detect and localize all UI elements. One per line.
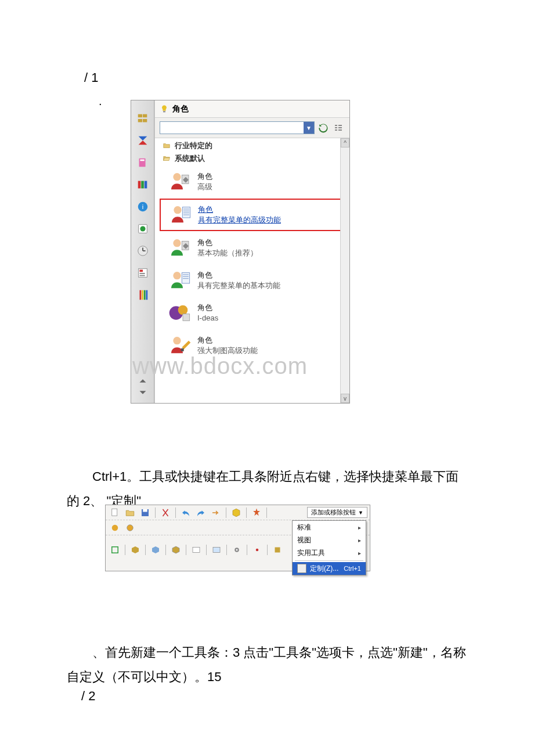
role-user-green-menu-icon <box>168 269 192 292</box>
roles-search-combo[interactable]: ▼ <box>160 121 315 134</box>
separator <box>175 507 176 518</box>
tool-last-icon[interactable] <box>270 543 284 556</box>
tool-open-icon[interactable] <box>123 506 137 519</box>
role-item-advanced[interactable]: 角色高级 <box>160 166 345 197</box>
tool-gear-icon[interactable] <box>230 543 244 556</box>
tool-new-icon[interactable] <box>108 506 122 519</box>
roles-pane: 角色 ▼ 行业特定的 系统默认 角 <box>154 100 349 403</box>
svg-rect-30 <box>335 127 337 128</box>
vbtn-8-icon[interactable] <box>134 264 151 282</box>
scrollbar[interactable]: ^ v <box>340 138 349 403</box>
combo-dropdown-icon[interactable]: ▼ <box>304 122 314 134</box>
svg-rect-20 <box>139 273 145 274</box>
role-ideas-icon <box>168 301 192 325</box>
paragraph-step3: 、首先新建一个工具条：3 点击"工具条"选项卡，点选"新建"，名称自定义（不可以… <box>67 640 473 689</box>
folder-icon <box>162 142 171 150</box>
vbtn-7-icon[interactable] <box>134 242 151 260</box>
svg-marker-26 <box>139 379 146 383</box>
tool-arrow-icon[interactable] <box>209 506 223 519</box>
vbtn-1-icon[interactable] <box>134 110 151 127</box>
tool-dot-icon[interactable] <box>250 543 264 556</box>
add-remove-buttons[interactable]: 添加或移除按钮 ▼ <box>307 507 367 518</box>
roles-panel-screenshot: i 角色 ▼ 行业特定的 <box>131 100 350 404</box>
svg-rect-8 <box>138 181 140 189</box>
vbtn-9-icon[interactable] <box>134 286 151 304</box>
svg-rect-34 <box>338 129 342 130</box>
view-mode-icon[interactable] <box>332 123 345 133</box>
role-user-red-icon <box>168 170 192 193</box>
roles-list: 行业特定的 系统默认 角色高级 角色具有完整菜单的高级功能 角色基本功能（推荐） <box>155 138 349 403</box>
tool-cut-icon[interactable] <box>158 506 172 519</box>
tool-star-icon[interactable] <box>250 506 264 519</box>
separator <box>267 545 268 555</box>
separator <box>125 545 125 555</box>
vbtn-2-icon[interactable] <box>134 132 151 149</box>
tool-view1-icon[interactable] <box>189 543 203 556</box>
role-item-basic-full-menu[interactable]: 角色具有完整菜单的基本功能 <box>160 265 345 296</box>
vbtn-3-icon[interactable] <box>134 154 151 171</box>
tool-cube-icon[interactable] <box>229 506 243 519</box>
svg-rect-55 <box>112 509 117 516</box>
svg-rect-25 <box>146 290 147 300</box>
svg-text:i: i <box>142 203 143 210</box>
svg-rect-2 <box>138 119 142 123</box>
svg-rect-57 <box>143 509 147 512</box>
menu-separator <box>295 560 363 561</box>
svg-rect-24 <box>143 290 145 300</box>
role-user-green-icon <box>168 236 192 260</box>
svg-point-65 <box>256 549 259 552</box>
customize-context-menu: 标准 视图 实用工具 定制(Z)... Ctrl+1 <box>292 520 366 575</box>
roles-header: 角色 <box>155 100 349 118</box>
tool-view2-icon[interactable] <box>210 543 223 556</box>
scroll-down-icon[interactable]: v <box>341 394 349 403</box>
tool-misc1-icon[interactable] <box>108 521 122 534</box>
separator <box>226 545 227 555</box>
svg-rect-3 <box>143 119 147 123</box>
menu-item-standard[interactable]: 标准 <box>293 521 366 534</box>
tool-redo-icon[interactable] <box>194 506 208 519</box>
tool-box1-icon[interactable] <box>128 543 142 556</box>
menu-item-customize[interactable]: 定制(Z)... Ctrl+1 <box>293 562 366 575</box>
tool-shape1-icon[interactable] <box>108 543 122 556</box>
role-item-advanced-full-menu[interactable]: 角色具有完整菜单的高级功能 <box>160 199 345 231</box>
svg-rect-9 <box>141 181 144 189</box>
category-industry[interactable]: 行业特定的 <box>155 139 349 152</box>
vertical-toolbar: i <box>131 100 154 403</box>
svg-rect-23 <box>142 290 143 300</box>
role-item-basic[interactable]: 角色基本功能（推荐） <box>160 232 345 264</box>
tool-save-icon[interactable] <box>138 506 152 519</box>
folder-open-icon <box>162 154 171 163</box>
svg-rect-31 <box>335 129 337 130</box>
vbtn-6-icon[interactable] <box>134 220 151 237</box>
tool-box2-icon[interactable] <box>149 543 163 556</box>
role-item-drafting-advanced[interactable]: 角色强大制图高级功能 <box>160 330 345 361</box>
svg-rect-33 <box>338 127 342 128</box>
customize-menu-icon <box>297 564 306 573</box>
vbtn-expand-down-icon[interactable] <box>134 387 151 397</box>
role-item-ideas[interactable]: 角色I-deas <box>160 297 345 329</box>
tool-misc2-icon[interactable] <box>123 521 137 534</box>
page-marker-bottom: / 2 <box>81 684 95 708</box>
svg-point-53 <box>173 337 181 344</box>
scroll-up-icon[interactable]: ^ <box>341 138 349 147</box>
separator <box>145 545 146 555</box>
svg-point-64 <box>236 549 238 551</box>
svg-point-35 <box>173 173 181 181</box>
roles-search-row: ▼ <box>155 118 349 138</box>
svg-rect-46 <box>182 273 189 283</box>
category-system-default[interactable]: 系统默认 <box>155 152 349 165</box>
menu-item-view[interactable]: 视图 <box>293 534 366 546</box>
role-user-red-menu-icon <box>169 203 192 226</box>
vbtn-5-icon[interactable]: i <box>134 198 151 215</box>
vbtn-4-icon[interactable] <box>134 176 151 193</box>
separator <box>226 507 226 518</box>
search-go-icon[interactable] <box>318 123 329 133</box>
svg-point-59 <box>127 524 134 531</box>
light-bulb-icon <box>160 105 169 114</box>
tool-box3-icon[interactable] <box>169 543 183 556</box>
separator <box>247 545 247 555</box>
menu-item-utilities[interactable]: 实用工具 <box>293 546 366 559</box>
separator <box>206 545 207 555</box>
tool-undo-icon[interactable] <box>179 506 193 519</box>
svg-point-51 <box>178 305 188 315</box>
